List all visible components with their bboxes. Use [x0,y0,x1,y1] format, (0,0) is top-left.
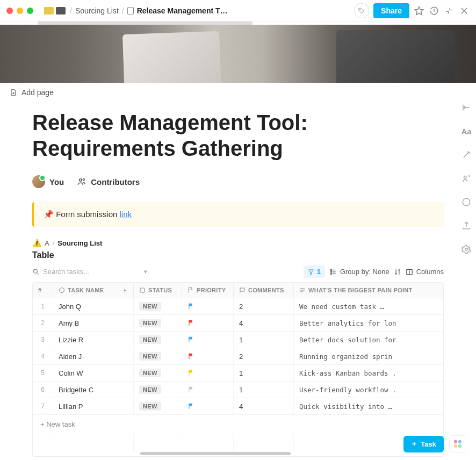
cell-taskname[interactable]: Colin W [53,365,134,381]
collapse-icon[interactable] [444,5,455,16]
col-status[interactable]: STATUS [134,283,182,298]
table-row[interactable]: 3Lizzie RNEW1Better docs solution for [33,332,443,348]
cell-pain[interactable]: Better analytics for lon [294,315,443,331]
magic-icon[interactable] [461,149,472,160]
page-title[interactable]: Release Management Tool: Requirements Ga… [32,110,444,161]
cell-comments[interactable]: 1 [234,382,294,398]
cell-status[interactable]: NEW [134,315,182,331]
callout-block[interactable]: 📌 Form submission link [32,202,444,227]
cell-priority[interactable] [182,315,234,331]
pin-icon[interactable] [122,288,128,293]
svg-point-6 [80,179,82,182]
maximize-window-icon[interactable] [27,8,33,14]
settings-icon[interactable] [461,244,472,255]
add-page-button[interactable]: Add page [0,83,476,102]
table-header: # TASK NAME STATUS PRIORITY [33,283,443,298]
outdent-icon[interactable] [461,102,472,113]
cell-comments[interactable]: 2 [234,298,294,314]
export-icon[interactable] [461,220,472,231]
cell-pain[interactable]: Quick visibility into … [294,398,443,414]
flag-icon [187,319,195,327]
cell-comments[interactable]: 1 [234,365,294,381]
filter-count: 1 [317,268,321,276]
table-row[interactable]: 4Aiden JNEW2Running organized sprin [33,348,443,365]
widget-title[interactable]: Table [32,250,444,260]
cell-priority[interactable] [182,365,234,381]
cell-comments[interactable]: 4 [234,315,294,331]
cell-priority[interactable] [182,298,234,314]
search-expand-icon[interactable]: ▾ [144,268,147,275]
cell-taskname[interactable]: Aiden J [53,348,134,364]
tag-button[interactable] [354,3,369,18]
cell-status[interactable]: NEW [134,398,182,414]
add-page-label: Add page [21,88,54,97]
cell-priority[interactable] [182,332,234,348]
cell-pain[interactable]: Running organized sprin [294,348,443,364]
breadcrumb-parent[interactable]: Sourcing List [75,6,119,15]
cell-taskname[interactable]: Bridgette C [53,382,134,398]
empty-row [33,434,443,452]
close-window-icon[interactable] [6,8,13,14]
typography-icon[interactable]: Aa [461,126,472,136]
cell-priority[interactable] [182,382,234,398]
col-taskname[interactable]: TASK NAME [53,283,134,298]
minimize-window-icon[interactable] [17,8,23,14]
table-row[interactable]: 5Colin WNEW1Kick-ass Kanban boards . [33,365,443,382]
svg-point-12 [330,271,331,272]
close-icon[interactable] [459,5,470,16]
cell-pain[interactable]: User-friendly workflow . [294,382,443,398]
col-index[interactable]: # [33,283,53,298]
col-pain[interactable]: WHAT'S THE BIGGEST PAIN POINT [294,283,443,298]
cell-pain[interactable]: We need custom task … [294,298,443,314]
author-chip[interactable]: You [32,175,64,188]
cell-taskname[interactable]: John Q [53,298,134,314]
cell-status[interactable]: NEW [134,298,182,314]
chat-icon[interactable] [461,197,472,207]
cell-status[interactable]: NEW [134,332,182,348]
table-h-scrollbar[interactable] [33,452,443,456]
search-input[interactable] [43,268,124,276]
search-wrap [32,268,140,276]
widget-breadcrumb[interactable]: ⚠️A / Sourcing List [32,239,444,247]
cell-comments[interactable]: 2 [234,348,294,364]
workspace-icons[interactable] [44,7,66,15]
breadcrumb-current[interactable]: Release Management T… [137,6,228,15]
svg-marker-10 [308,270,313,275]
contributors-chip[interactable]: Contributors [77,177,140,186]
filter-chip[interactable]: 1 [304,265,325,278]
cell-pain[interactable]: Kick-ass Kanban boards . [294,365,443,381]
share-button[interactable]: Share [373,3,409,18]
breadcrumb: / Sourcing List / Release Management T… [70,6,228,15]
apps-button[interactable] [449,435,466,452]
cell-priority[interactable] [182,348,234,364]
cell-taskname[interactable]: Lillian P [53,398,134,414]
cell-taskname[interactable]: Amy B [53,315,134,331]
cell-comments[interactable]: 4 [234,398,294,414]
cell-comments[interactable]: 1 [234,332,294,348]
doc-icon [127,7,134,15]
new-task-button[interactable]: + New task [33,415,443,434]
history-icon[interactable] [429,5,439,16]
table-row[interactable]: 7Lillian PNEW4Quick visibility into … [33,398,443,415]
cell-status[interactable]: NEW [134,382,182,398]
contributors-label: Contributors [91,177,140,186]
sort-button[interactable] [394,268,401,276]
cell-taskname[interactable]: Lizzie R [53,332,134,348]
groupby-button[interactable]: Group by: None [329,268,390,276]
col-comments[interactable]: COMMENTS [234,283,294,298]
col-priority[interactable]: PRIORITY [182,283,234,298]
callout-link[interactable]: link [120,210,132,219]
table-row[interactable]: 1John QNEW2We need custom task … [33,298,443,315]
cell-pain[interactable]: Better docs solution for [294,332,443,348]
table-row[interactable]: 6Bridgette CNEW1User-friendly workflow . [33,382,443,398]
cell-priority[interactable] [182,398,234,414]
new-task-fab[interactable]: Task [403,436,444,452]
cell-index: 1 [33,298,53,314]
star-icon[interactable] [414,5,424,16]
share-people-icon[interactable] [461,173,472,184]
cell-status[interactable]: NEW [134,365,182,381]
cell-status[interactable]: NEW [134,348,182,364]
table-row[interactable]: 2Amy BNEW4Better analytics for lon [33,315,443,332]
flag-icon [187,402,195,410]
columns-button[interactable]: Columns [406,268,444,276]
